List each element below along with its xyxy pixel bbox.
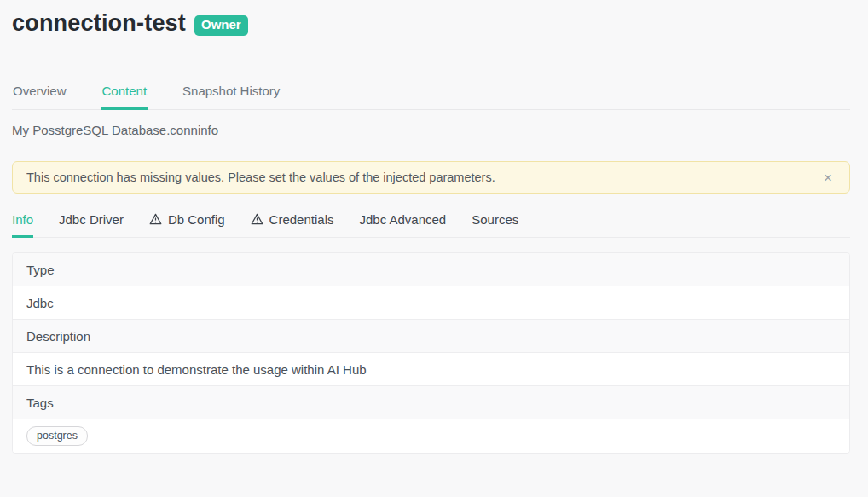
subtab-info[interactable]: Info [12,205,33,237]
subtab-jdbc-driver-label: Jdbc Driver [59,212,124,227]
subtab-db-config[interactable]: Db Config [149,205,225,237]
subtab-info-label: Info [12,212,33,227]
main-tab-bar: Overview Content Snapshot History [12,76,850,110]
subtab-db-config-label: Db Config [168,212,225,227]
subtab-jdbc-driver[interactable]: Jdbc Driver [59,205,124,237]
warning-triangle-icon [251,213,263,225]
table-row-description-label: Description [13,320,849,353]
table-row-type-value: Jdbc [13,286,849,320]
connection-file-name: My PosstgreSQL Database.conninfo [12,123,850,137]
table-row-tags-label: Tags [13,386,849,419]
info-table: Type Jdbc Description This is a connecti… [12,252,850,454]
missing-values-alert: This connection has missing values. Plea… [12,161,850,194]
subtab-credentials[interactable]: Credentials [251,205,334,237]
table-row-description-value: This is a connection to demonstrate the … [13,353,849,386]
warning-triangle-icon [149,213,162,225]
tab-snapshot-history[interactable]: Snapshot History [182,76,281,109]
tab-content[interactable]: Content [101,76,148,109]
tab-overview[interactable]: Overview [12,76,67,109]
table-row-type-label: Type [13,253,849,286]
subtab-sources[interactable]: Sources [472,205,518,237]
subtab-jdbc-advanced[interactable]: Jdbc Advanced [359,205,446,237]
subtab-sources-label: Sources [472,212,518,227]
close-icon[interactable]: × [820,170,836,185]
subtab-credentials-label: Credentials [269,212,334,227]
page-title: connection-test [12,10,186,37]
alert-message: This connection has missing values. Plea… [26,170,820,184]
owner-badge: Owner [194,15,248,36]
tag-chip-postgres: postgres [26,426,88,446]
connection-detail-page: connection-test Owner Overview Content S… [0,0,868,497]
subtab-jdbc-advanced-label: Jdbc Advanced [359,212,446,227]
page-header: connection-test Owner [0,0,868,37]
sub-tab-bar: Info Jdbc Driver Db Config [12,205,850,238]
table-row-tags-value: postgres [13,419,849,453]
